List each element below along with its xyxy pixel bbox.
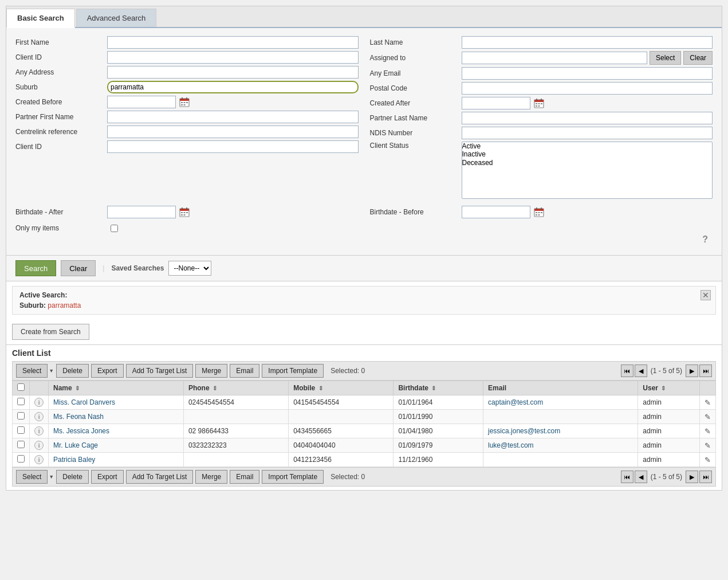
add-to-target-list-button-bottom[interactable]: Add To Target List: [126, 470, 194, 484]
only-my-items-checkbox[interactable]: [111, 225, 118, 232]
row-info-icon[interactable]: i: [34, 455, 44, 464]
prev-page-button-bottom[interactable]: ◀: [635, 471, 647, 483]
next-page-button-bottom[interactable]: ▶: [686, 471, 698, 483]
birthdate-before-input[interactable]: [462, 206, 530, 218]
col-phone[interactable]: Phone ⇕: [183, 381, 288, 395]
status-option-inactive[interactable]: Inactive: [462, 150, 713, 158]
select-dropdown-bottom[interactable]: Select ▼: [16, 470, 54, 484]
add-to-target-list-button[interactable]: Add To Target List: [126, 364, 194, 378]
row-phone-cell: [183, 410, 288, 424]
merge-button[interactable]: Merge: [195, 364, 227, 378]
postal-code-input[interactable]: [462, 82, 713, 95]
row-checkbox[interactable]: [17, 412, 25, 420]
first-page-button-bottom[interactable]: ⏮: [621, 471, 633, 483]
row-email-link[interactable]: captain@test.com: [488, 398, 543, 406]
assigned-to-input[interactable]: [462, 52, 647, 64]
partner-last-name-input[interactable]: [462, 112, 713, 124]
row-checkbox[interactable]: [17, 441, 25, 448]
birthdate-after-calendar-icon[interactable]: [178, 206, 191, 218]
row-name-link[interactable]: Miss. Carol Danvers: [53, 398, 115, 406]
row-mobile-cell: 041545454554: [289, 395, 393, 410]
created-before-input[interactable]: [107, 96, 176, 108]
row-edit-icon[interactable]: ✎: [705, 427, 711, 436]
any-address-input[interactable]: [107, 66, 359, 79]
export-button-bottom[interactable]: Export: [91, 470, 124, 484]
last-page-button-bottom[interactable]: ⏭: [699, 471, 712, 483]
row-edit-icon[interactable]: ✎: [705, 398, 711, 407]
help-icon[interactable]: ?: [702, 234, 708, 244]
suburb-input[interactable]: [107, 81, 359, 93]
row-info-icon[interactable]: i: [34, 398, 44, 407]
merge-button-bottom[interactable]: Merge: [195, 470, 227, 484]
client-id-left-input[interactable]: [107, 51, 359, 64]
email-button-bottom[interactable]: Email: [230, 470, 259, 484]
next-page-button[interactable]: ▶: [686, 365, 698, 377]
tab-basic-search[interactable]: Basic Search: [6, 9, 75, 28]
row-info-icon[interactable]: i: [34, 426, 44, 436]
created-before-calendar-icon[interactable]: [178, 96, 191, 108]
col-birthdate[interactable]: Birthdate ⇕: [393, 381, 483, 395]
col-mobile[interactable]: Mobile ⇕: [289, 381, 393, 395]
row-edit-icon[interactable]: ✎: [705, 413, 711, 421]
row-email-link[interactable]: jessica.jones@test.com: [488, 427, 560, 435]
suburb-label: Suburb: [15, 83, 107, 91]
birthdate-after-input[interactable]: [107, 206, 176, 218]
partner-first-name-input[interactable]: [107, 111, 359, 123]
create-from-search-button[interactable]: Create from Search: [12, 324, 89, 340]
saved-searches-dropdown[interactable]: --None--: [168, 261, 211, 276]
status-option-deceased[interactable]: Deceased: [462, 159, 713, 167]
ndis-number-label: NDIS Number: [370, 129, 462, 137]
search-button[interactable]: Search: [15, 260, 56, 276]
first-page-button[interactable]: ⏮: [621, 365, 633, 377]
client-status-select[interactable]: Active Inactive Deceased: [462, 142, 713, 199]
select-dropdown-arrow-icon[interactable]: ▼: [49, 368, 54, 374]
any-email-input[interactable]: [462, 67, 713, 80]
export-button[interactable]: Export: [91, 364, 124, 378]
select-button-bottom[interactable]: Select: [16, 470, 48, 484]
created-after-calendar-icon[interactable]: [533, 97, 545, 109]
ndis-number-input[interactable]: [462, 127, 713, 139]
row-user-cell: admin: [638, 410, 700, 424]
row-checkbox[interactable]: [17, 426, 25, 434]
svg-rect-23: [184, 212, 186, 213]
row-edit-icon[interactable]: ✎: [705, 441, 711, 450]
row-name-link[interactable]: Patricia Baley: [53, 456, 95, 464]
created-after-input[interactable]: [462, 97, 530, 109]
email-button[interactable]: Email: [230, 364, 259, 378]
select-dropdown[interactable]: Select ▼: [16, 364, 54, 378]
prev-page-button[interactable]: ◀: [635, 365, 647, 377]
first-name-input[interactable]: [107, 36, 359, 49]
select-all-checkbox[interactable]: [17, 383, 25, 391]
only-my-items-row: Only my items: [15, 224, 713, 232]
svg-rect-13: [536, 103, 537, 104]
active-search-close-button[interactable]: ✕: [701, 290, 711, 300]
row-checkbox[interactable]: [17, 398, 25, 405]
assigned-to-select-button[interactable]: Select: [650, 51, 681, 65]
row-info-icon[interactable]: i: [34, 412, 44, 421]
tab-advanced-search[interactable]: Advanced Search: [76, 9, 157, 27]
last-name-input[interactable]: [462, 36, 713, 49]
birthdate-before-calendar-icon[interactable]: [533, 206, 545, 218]
row-checkbox[interactable]: [17, 455, 25, 463]
row-name-link[interactable]: Ms. Feona Nash: [53, 413, 104, 421]
row-email-link[interactable]: luke@test.com: [488, 441, 534, 449]
row-name-link[interactable]: Ms. Jessica Jones: [53, 427, 109, 435]
select-button[interactable]: Select: [16, 364, 48, 378]
clear-button[interactable]: Clear: [61, 260, 96, 276]
import-template-button[interactable]: Import Template: [262, 364, 324, 378]
centrelink-ref-input[interactable]: [107, 126, 359, 138]
delete-button[interactable]: Delete: [56, 364, 89, 378]
row-name-link[interactable]: Mr. Luke Cage: [53, 441, 98, 449]
select-dropdown-arrow-bottom-icon[interactable]: ▼: [49, 474, 54, 480]
delete-button-bottom[interactable]: Delete: [56, 470, 89, 484]
col-name[interactable]: Name ⇕: [49, 381, 184, 395]
import-template-button-bottom[interactable]: Import Template: [262, 470, 324, 484]
row-edit-icon[interactable]: ✎: [705, 456, 711, 464]
col-user[interactable]: User ⇕: [638, 381, 700, 395]
row-edit-cell: ✎: [700, 424, 716, 438]
client-id-left2-input[interactable]: [107, 140, 359, 153]
status-option-active[interactable]: Active: [462, 142, 713, 150]
last-page-button[interactable]: ⏭: [699, 365, 712, 377]
row-info-icon[interactable]: i: [34, 441, 44, 450]
assigned-to-clear-button[interactable]: Clear: [683, 51, 713, 65]
